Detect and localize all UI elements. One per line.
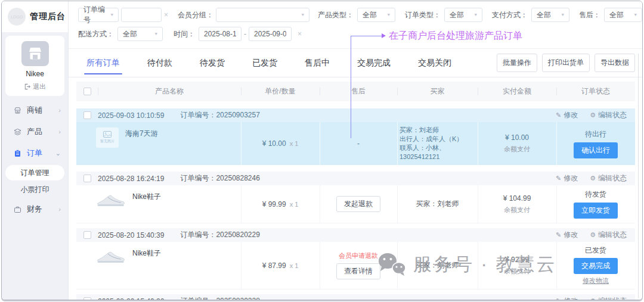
chevron-down-icon: ▾ bbox=[301, 13, 304, 17]
aftersale-filter-label: 售后： bbox=[579, 10, 600, 20]
member-group-label: 会员分组： bbox=[178, 10, 213, 20]
pay-method: 余额支付 bbox=[504, 145, 530, 154]
pay-method: 余额支付 bbox=[504, 206, 530, 214]
row-checkbox[interactable] bbox=[83, 175, 91, 182]
paid-amount: ¥ 10.00 bbox=[505, 133, 529, 142]
edit-status-button[interactable]: ⚙ 编辑状态 bbox=[590, 296, 627, 300]
column-aftersale: 售后 bbox=[320, 82, 397, 101]
scrollbar[interactable] bbox=[638, 54, 639, 298]
delivery-select[interactable]: 全部 ▾ bbox=[117, 27, 163, 41]
store-name: Nikee bbox=[5, 70, 64, 78]
tab-all-orders[interactable]: 所有订单 bbox=[86, 49, 120, 77]
select-all-checkbox[interactable] bbox=[83, 88, 91, 95]
tab-shipped[interactable]: 已发货 bbox=[252, 49, 277, 77]
row-checkbox[interactable] bbox=[83, 297, 91, 300]
tab-closed[interactable]: 交易关闭 bbox=[418, 49, 451, 77]
edit-order-button[interactable]: ✎ 修改 bbox=[556, 173, 578, 183]
gear-icon: ⚙ bbox=[590, 231, 596, 239]
price-cell: ¥ 87.99x 1 bbox=[241, 242, 320, 289]
edit-status-label: 编辑状态 bbox=[598, 296, 627, 300]
logout-button[interactable]: 退出 bbox=[5, 82, 64, 91]
logo-icon: LOGO bbox=[8, 8, 26, 26]
order-timestamp: 2025-08-28 16:24:19 bbox=[98, 175, 164, 183]
buyer-cell: 买家：刘老师 bbox=[397, 185, 478, 223]
sidebar: LOGO 管理后台 Nikee 退出 bbox=[2, 1, 69, 300]
edit-status-button[interactable]: ⚙ 编辑状态 bbox=[590, 230, 627, 240]
status-text: 待出行 bbox=[585, 129, 606, 139]
sidebar-item-label: 财务 bbox=[27, 204, 42, 214]
complete-transaction-button[interactable]: 交易完成 bbox=[574, 258, 618, 274]
paid-amount: ¥ 92.99 bbox=[505, 256, 529, 264]
row-checkbox[interactable] bbox=[83, 111, 91, 119]
order-type-select[interactable]: 全部 ▾ bbox=[444, 8, 482, 22]
image-icon bbox=[103, 131, 112, 138]
edit-label: 修改 bbox=[564, 110, 578, 120]
status-text: 已发货 bbox=[585, 245, 606, 256]
sidebar-subitem-order-manage[interactable]: 订单管理 bbox=[5, 165, 64, 180]
edit-label: 修改 bbox=[564, 296, 578, 300]
order-head: 2025-08-28 16:24:19 订单编号：20250828246 ✎ 修… bbox=[76, 172, 635, 185]
search-type-select[interactable]: 订单编号 ▾ bbox=[78, 8, 119, 22]
edit-status-button[interactable]: ⚙ 编辑状态 bbox=[590, 173, 627, 183]
buyer-cell: 买家：刘老师 bbox=[397, 242, 478, 289]
sidebar-item-shop[interactable]: 商铺 › bbox=[2, 99, 68, 121]
confirm-departure-button[interactable]: 确认出行 bbox=[574, 142, 618, 158]
pencil-icon: ✎ bbox=[556, 175, 561, 182]
store-avatar bbox=[21, 41, 49, 66]
print-shipping-list-button[interactable]: 打印出货单 bbox=[542, 54, 590, 72]
tab-pending-payment[interactable]: 待付款 bbox=[147, 49, 172, 77]
modify-logistics-link[interactable]: 修改物流 bbox=[583, 276, 609, 285]
chevron-right-icon: › bbox=[58, 128, 61, 135]
sidebar-item-order[interactable]: 订单 ⌄ bbox=[2, 142, 68, 164]
edit-order-button[interactable]: ✎ 修改 bbox=[556, 110, 578, 120]
product-type-select[interactable]: 全部 ▾ bbox=[357, 8, 395, 22]
tab-pending-shipment[interactable]: 待发货 bbox=[200, 49, 225, 77]
paid-amount: ¥ 104.99 bbox=[503, 194, 531, 203]
sidebar-header: LOGO 管理后台 bbox=[2, 1, 68, 32]
product-name: Nike鞋子 bbox=[132, 248, 161, 259]
pay-method-select[interactable]: 全部 ▾ bbox=[531, 8, 569, 22]
sidebar-item-label: 商铺 bbox=[27, 105, 42, 116]
tab-completed[interactable]: 交易完成 bbox=[357, 49, 391, 77]
edit-status-label: 编辑状态 bbox=[598, 230, 627, 240]
search-input[interactable] bbox=[121, 8, 162, 22]
price-cell: ¥ 99.99x 1 bbox=[241, 185, 320, 223]
edit-order-button[interactable]: ✎ 修改 bbox=[556, 230, 578, 240]
gear-icon: ⚙ bbox=[590, 111, 596, 119]
edit-status-label: 编辑状态 bbox=[598, 110, 627, 120]
sidebar-item-finance[interactable]: 财务 › bbox=[2, 198, 68, 220]
shop-icon bbox=[14, 107, 21, 114]
edit-status-button[interactable]: ⚙ 编辑状态 bbox=[590, 110, 627, 120]
aftersale-value: 全部 bbox=[609, 10, 624, 20]
product-name: Nike鞋子 bbox=[132, 192, 161, 202]
column-buyer: 买家 bbox=[397, 82, 478, 101]
initiate-refund-button[interactable]: 发起退款 bbox=[336, 196, 380, 212]
sidebar-item-product[interactable]: 产品 › bbox=[2, 121, 68, 142]
column-order-status: 订单状态 bbox=[556, 82, 635, 101]
clear-icon[interactable]: × bbox=[295, 30, 304, 38]
batch-actions-button[interactable]: 批量操作 bbox=[497, 54, 537, 72]
edit-order-button[interactable]: ✎ 修改 bbox=[556, 296, 578, 300]
delivery-label: 配送方式： bbox=[78, 29, 114, 39]
chevron-right-icon: › bbox=[58, 107, 61, 114]
export-data-button[interactable]: 导出数据 bbox=[595, 54, 635, 72]
date-range-separator: - bbox=[242, 30, 249, 38]
clear-icon[interactable]: × bbox=[162, 11, 171, 19]
date-to-input[interactable] bbox=[249, 27, 292, 41]
tab-aftersale[interactable]: 售后中 bbox=[305, 49, 330, 77]
ship-now-button[interactable]: 立即发货 bbox=[574, 203, 618, 219]
edit-label: 修改 bbox=[564, 173, 578, 183]
date-from-input[interactable] bbox=[199, 27, 242, 41]
view-details-button[interactable]: 查看详情 bbox=[336, 263, 380, 279]
chevron-down-icon: ▾ bbox=[634, 13, 637, 17]
pencil-icon: ✎ bbox=[556, 297, 561, 300]
member-group-select[interactable]: ▾ bbox=[216, 8, 309, 22]
status-cell: 待发货 立即发货 bbox=[556, 185, 635, 223]
quantity: x 1 bbox=[290, 201, 299, 208]
order-head: 2025-08-20 15:40:39 订单编号：20250820229 ✎ 修… bbox=[76, 228, 635, 242]
order-number: 订单编号：20250820228 bbox=[180, 296, 259, 300]
aftersale-select[interactable]: 全部 ▾ bbox=[604, 8, 642, 22]
row-checkbox[interactable] bbox=[83, 231, 91, 239]
chevron-down-icon: ▾ bbox=[154, 32, 157, 36]
sidebar-subitem-receipt-print[interactable]: 小票打印 bbox=[5, 182, 64, 197]
